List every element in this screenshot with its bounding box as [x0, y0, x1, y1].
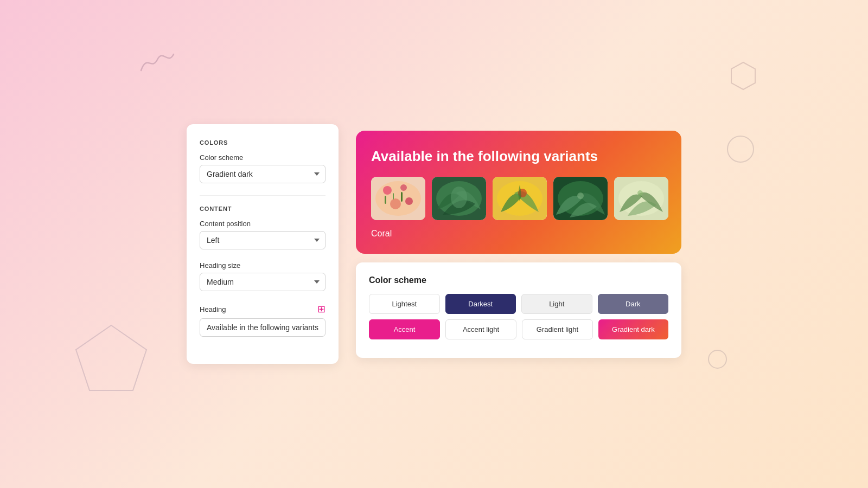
pillow-image-5	[614, 177, 668, 220]
color-scheme-panel: Color scheme Lightest Darkest Light Dark…	[356, 262, 681, 358]
scheme-btn-gradient-light[interactable]: Gradient light	[522, 319, 593, 339]
left-panel: COLORS Color scheme Gradient dark Lighte…	[187, 124, 339, 364]
heading-size-group: Heading size Small Medium Large	[200, 261, 326, 291]
pillow-item-5[interactable]	[614, 177, 668, 220]
layers-icon: ⊞	[317, 303, 326, 315]
colors-section: COLORS Color scheme Gradient dark Lighte…	[200, 139, 326, 183]
svg-rect-8	[385, 196, 386, 204]
scheme-btn-lightest[interactable]: Lightest	[369, 294, 440, 314]
content-position-label: Content position	[200, 220, 326, 228]
heading-group: Heading ⊞	[200, 303, 326, 337]
svg-point-13	[451, 187, 467, 208]
svg-point-7	[405, 197, 413, 205]
preview-heading: Available in the following variants	[371, 148, 666, 165]
scheme-btn-dark[interactable]: Dark	[598, 294, 669, 314]
pillow-image-3	[493, 177, 547, 220]
color-scheme-panel-title: Color scheme	[369, 275, 668, 285]
pillow-image-1	[371, 177, 425, 220]
color-scheme-select[interactable]: Gradient dark Lightest Darkest Light Dar…	[200, 165, 326, 183]
pillow-item-2[interactable]	[432, 177, 486, 220]
right-panel: Available in the following variants	[356, 131, 681, 358]
pillow-item-1[interactable]	[371, 177, 425, 220]
heading-input[interactable]	[200, 318, 326, 337]
scheme-btn-accent-light[interactable]: Accent light	[445, 319, 516, 339]
heading-input-label: Heading	[200, 305, 226, 313]
content-section-label: CONTENT	[200, 206, 326, 212]
color-scheme-label: Color scheme	[200, 153, 326, 162]
svg-point-19	[577, 192, 584, 199]
svg-point-22	[637, 190, 643, 196]
svg-rect-10	[393, 193, 394, 200]
svg-rect-9	[401, 192, 403, 202]
scheme-btn-accent[interactable]: Accent	[369, 319, 440, 339]
main-container: COLORS Color scheme Gradient dark Lighte…	[0, 0, 868, 488]
divider-1	[200, 195, 326, 196]
scheme-btn-gradient-dark[interactable]: Gradient dark	[598, 319, 668, 339]
colors-section-label: COLORS	[200, 139, 326, 146]
scheme-row-2: Accent Accent light Gradient light Gradi…	[369, 319, 668, 339]
product-label: Coral	[371, 229, 666, 239]
heading-size-label: Heading size	[200, 261, 326, 269]
heading-row: Heading ⊞	[200, 303, 326, 315]
svg-point-3	[375, 181, 421, 216]
pillow-image-2	[432, 177, 486, 220]
svg-point-5	[400, 184, 407, 191]
preview-card: Available in the following variants	[356, 131, 681, 254]
scheme-row-1: Lightest Darkest Light Dark	[369, 294, 668, 314]
scheme-btn-light[interactable]: Light	[521, 294, 592, 314]
pillows-row	[371, 177, 666, 220]
content-position-select[interactable]: Left Center Right	[200, 231, 326, 249]
pillow-item-3[interactable]	[493, 177, 547, 220]
scheme-btn-darkest[interactable]: Darkest	[445, 294, 516, 314]
svg-point-4	[383, 186, 392, 195]
pillow-image-4	[553, 177, 608, 220]
pillow-item-4[interactable]	[553, 177, 608, 220]
heading-size-select[interactable]: Small Medium Large	[200, 273, 326, 291]
content-section: CONTENT Content position Left Center Rig…	[200, 206, 326, 337]
svg-point-6	[390, 198, 401, 209]
content-position-group: Content position Left Center Right	[200, 220, 326, 249]
